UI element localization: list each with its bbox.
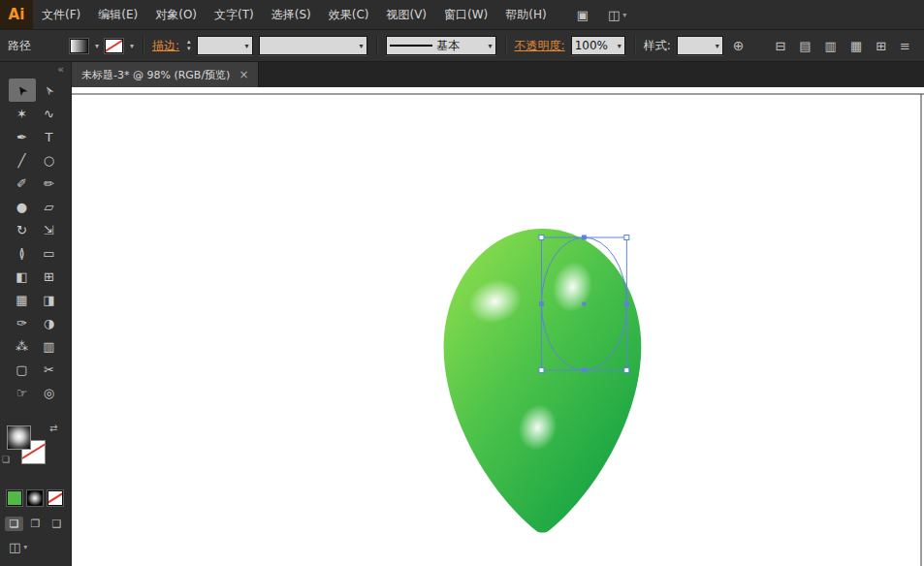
- tool-artboard[interactable]: ▢: [9, 358, 36, 381]
- tool-pen[interactable]: ✒: [9, 125, 36, 148]
- tools-panel-collapse-icon[interactable]: «: [0, 62, 71, 79]
- tool-shape-builder[interactable]: ◧: [9, 265, 36, 288]
- column-graph-icon: ▥: [43, 339, 54, 354]
- tool-hand[interactable]: ☞: [9, 381, 36, 404]
- tool-perspective-grid[interactable]: ⊞: [36, 265, 63, 288]
- brush-definition-select[interactable]: 基本 ▾: [386, 36, 496, 55]
- tool-rotate[interactable]: ↻: [9, 218, 36, 241]
- chevron-down-icon: ▾: [618, 42, 621, 50]
- tool-width[interactable]: ≬: [9, 241, 36, 265]
- tool-magic-wand[interactable]: ✶: [9, 102, 36, 125]
- opacity-select[interactable]: 100% ▾: [571, 36, 625, 55]
- draw-normal-icon: ❏: [10, 518, 19, 530]
- stroke-color-swatch[interactable]: [105, 39, 123, 53]
- tool-eraser[interactable]: ▱: [36, 195, 63, 218]
- type-icon: T: [46, 130, 53, 144]
- horizontal-align-left-icon[interactable]: ▤: [799, 39, 811, 53]
- draw-behind-mode[interactable]: ❐: [26, 517, 45, 531]
- control-bar-right-icons: ⊟ ▤ ▥ ▦ ⊞ ≡: [775, 39, 916, 53]
- transform-panel-icon[interactable]: ⊞: [876, 39, 886, 53]
- screen-mode-button[interactable]: ◫ ▾: [9, 540, 71, 554]
- menu-help[interactable]: 帮助(H): [496, 0, 555, 29]
- panel-menu-icon[interactable]: ≡: [900, 39, 910, 53]
- separator: [143, 36, 143, 55]
- pencil-icon: ✏: [44, 176, 54, 191]
- style-select[interactable]: ▾: [677, 36, 723, 55]
- tool-scale[interactable]: ⇲: [36, 218, 63, 241]
- document-tab[interactable]: 未标题-3* @ 98% (RGB/预览) ×: [72, 62, 259, 87]
- menu-type[interactable]: 文字(T): [206, 0, 263, 29]
- green-egg-shape[interactable]: [444, 229, 642, 533]
- horizontal-align-center-icon[interactable]: ▥: [825, 39, 837, 53]
- tool-symbol-sprayer[interactable]: ⁂: [9, 334, 36, 358]
- menu-object[interactable]: 对象(O): [146, 0, 206, 29]
- tool-gradient[interactable]: ◨: [36, 288, 63, 311]
- width-profile-select[interactable]: ▾: [259, 36, 367, 55]
- color-button[interactable]: [7, 490, 22, 506]
- globe-icon[interactable]: ⊕: [733, 38, 745, 53]
- appbar-icons: ▣ ◫ ▾: [577, 8, 627, 22]
- menu-select[interactable]: 选择(S): [263, 0, 320, 29]
- tool-eyedropper[interactable]: ✑: [9, 311, 36, 334]
- menubar: Ai 文件(F) 编辑(E) 对象(O) 文字(T) 选择(S) 效果(C) 视…: [0, 0, 924, 30]
- gradient-button[interactable]: [27, 490, 43, 506]
- tool-blob-brush[interactable]: ●: [9, 195, 36, 218]
- screen-mode-icon: ◫: [9, 540, 20, 554]
- mesh-icon: ▦: [16, 293, 27, 307]
- swap-fill-stroke-icon[interactable]: ⇄: [49, 423, 57, 433]
- tool-blend[interactable]: ◑: [36, 311, 63, 334]
- color-mode-row: [7, 490, 71, 506]
- draw-inside-mode[interactable]: ❑: [48, 517, 66, 531]
- eraser-icon: ▱: [45, 200, 54, 214]
- tool-selection[interactable]: ➤: [9, 79, 36, 102]
- menu-view[interactable]: 视图(V): [377, 0, 435, 29]
- tool-paintbrush[interactable]: ✐: [9, 172, 36, 195]
- canvas[interactable]: [72, 87, 924, 566]
- fill-color-swatch[interactable]: [70, 39, 88, 53]
- close-icon[interactable]: ×: [239, 68, 248, 81]
- tool-mesh[interactable]: ▦: [9, 288, 36, 311]
- tool-zoom[interactable]: ◎: [36, 381, 63, 404]
- opacity-value: 100%: [575, 39, 608, 52]
- app-logo: Ai: [0, 0, 33, 29]
- tool-lasso[interactable]: ∿: [36, 102, 63, 125]
- menu-effect[interactable]: 效果(C): [320, 0, 378, 29]
- menu-edit[interactable]: 编辑(E): [89, 0, 146, 29]
- tool-pencil[interactable]: ✏: [36, 172, 63, 195]
- fill-chip[interactable]: [7, 425, 31, 450]
- center-point: [582, 302, 586, 306]
- fill-stroke-indicator: ⇄ ❏: [7, 425, 65, 466]
- tool-free-transform[interactable]: ▭: [36, 241, 63, 265]
- none-button[interactable]: [48, 490, 63, 506]
- separator: [634, 36, 635, 55]
- tool-slice[interactable]: ✂: [36, 358, 63, 381]
- opacity-panel-link[interactable]: 不透明度:: [515, 38, 565, 54]
- stroke-width-stepper[interactable]: ▴ ▾: [187, 39, 191, 52]
- menu-window[interactable]: 窗口(W): [435, 0, 496, 29]
- tool-direct-selection[interactable]: ➢: [36, 79, 63, 102]
- tool-line-segment[interactable]: ╱: [9, 148, 36, 172]
- tool-type[interactable]: T: [36, 125, 63, 148]
- stroke-panel-link[interactable]: 描边:: [152, 38, 179, 54]
- workspace-switcher[interactable]: ◫ ▾: [608, 8, 626, 22]
- arrange-documents-icon[interactable]: ▣: [577, 8, 589, 22]
- draw-normal-mode[interactable]: ❏: [5, 517, 23, 531]
- horizontal-align-right-icon[interactable]: ▦: [850, 39, 862, 53]
- artwork-svg[interactable]: [72, 87, 924, 566]
- draw-inside-icon: ❑: [52, 518, 62, 530]
- separator: [505, 36, 506, 55]
- fill-dropdown-arrow-icon[interactable]: ▾: [95, 42, 99, 50]
- stroke-dropdown-arrow-icon[interactable]: ▾: [130, 42, 134, 50]
- align-dropdown-icon[interactable]: ⊟: [775, 39, 785, 53]
- tool-ellipse[interactable]: ○: [36, 148, 63, 172]
- menu-file[interactable]: 文件(F): [33, 0, 89, 29]
- step-down-icon[interactable]: ▾: [187, 46, 191, 52]
- default-fill-stroke-icon[interactable]: ❏: [2, 455, 10, 464]
- separator: [376, 36, 377, 55]
- gradient-icon: ◨: [43, 293, 54, 307]
- tool-column-graph[interactable]: ▥: [36, 334, 63, 358]
- chevron-down-icon: ▾: [622, 11, 626, 19]
- draw-behind-icon: ❐: [31, 518, 41, 530]
- stroke-width-select[interactable]: ▾: [197, 36, 253, 55]
- chevron-down-icon: ▾: [23, 543, 27, 551]
